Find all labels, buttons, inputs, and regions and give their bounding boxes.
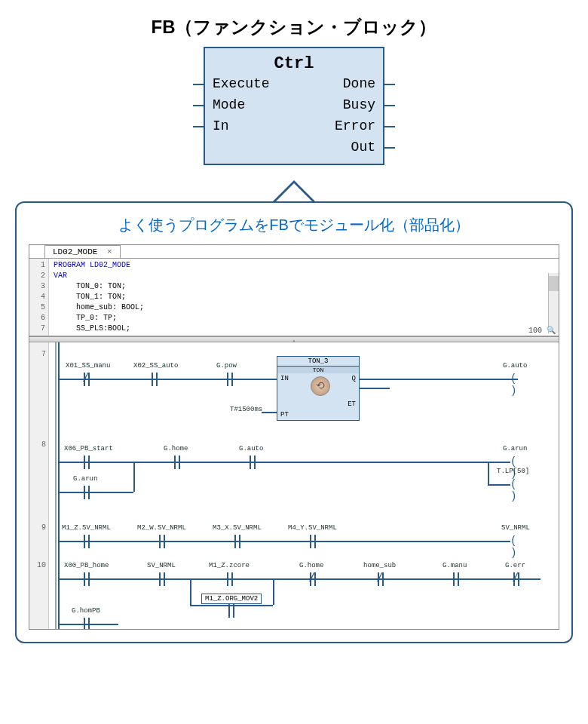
contact-no[interactable]	[450, 572, 462, 586]
close-icon[interactable]: ×	[107, 247, 112, 256]
tab-label: LD02_MODE	[53, 247, 97, 256]
contact-no[interactable]	[81, 535, 93, 548]
fb-output: Out	[351, 140, 375, 155]
coil[interactable]	[510, 478, 524, 492]
contact-nc[interactable]: /	[375, 572, 387, 586]
coil[interactable]	[510, 535, 524, 548]
contact-no[interactable]	[225, 604, 237, 618]
arrow-down-icon	[271, 180, 317, 203]
contact-no[interactable]	[81, 618, 93, 629]
timer-icon	[311, 376, 330, 396]
line-gutter: 1 2 3 4 5 6 7	[29, 259, 49, 336]
fb-name: Ctrl	[205, 54, 383, 73]
contact-no[interactable]	[156, 535, 168, 548]
fb-output: Error	[335, 118, 375, 133]
contact-no[interactable]	[81, 456, 93, 469]
magnifier-icon[interactable]: 🔍	[547, 327, 556, 335]
contact-no[interactable]	[247, 456, 259, 469]
fb-input: In	[213, 118, 229, 133]
fb-input: Execute	[213, 76, 270, 91]
zoom-indicator[interactable]: 100 🔍	[528, 326, 556, 335]
page-title: FB（ファンクション・ブロック）	[15, 15, 573, 39]
editor-tab[interactable]: LD02_MODE ×	[44, 245, 121, 258]
scrollbar-vertical[interactable]	[548, 273, 559, 333]
fb-call[interactable]: M1_Z.ORG_MOV2	[201, 594, 262, 604]
ladder-diagram[interactable]: 7 8 9 10 / X01_SS_manu X02_SS_auto G.pow…	[29, 342, 559, 629]
contact-no[interactable]	[224, 373, 236, 386]
callout-panel: よく使うプログラムをFBでモジュール化（部品化） LD02_MODE × 1 2…	[15, 201, 573, 643]
callout-title: よく使うプログラムをFBでモジュール化（部品化）	[29, 215, 559, 235]
contact-no[interactable]	[81, 486, 93, 499]
coil[interactable]	[510, 373, 524, 386]
splitter[interactable]: ▴	[29, 336, 559, 342]
fb-input: Mode	[213, 97, 245, 112]
fb-output: Done	[343, 76, 375, 91]
contact-nc[interactable]: /	[307, 572, 319, 586]
contact-nc[interactable]: /	[81, 373, 93, 386]
function-block: Ctrl ExecuteDone ModeBusy InError Out	[204, 47, 384, 165]
contact-nc[interactable]: /	[510, 572, 522, 586]
contact-no[interactable]	[81, 572, 93, 586]
contact-no[interactable]	[231, 535, 243, 548]
fb-output: Busy	[343, 97, 375, 112]
contact-no[interactable]	[149, 373, 161, 386]
contact-no[interactable]	[224, 572, 236, 586]
code-area[interactable]: 1 2 3 4 5 6 7 PROGRAM LD02_MODE VAR TON_…	[29, 258, 559, 336]
ton-block[interactable]: TON_3 TON IN Q ET PT	[277, 356, 360, 421]
code-editor[interactable]: LD02_MODE × 1 2 3 4 5 6 7 PROGRAM LD02_M…	[29, 244, 559, 630]
contact-no[interactable]	[171, 456, 183, 469]
code-text[interactable]: PROGRAM LD02_MODE VAR TON_0: TON; TON_1:…	[49, 259, 559, 336]
contact-no[interactable]	[156, 572, 168, 586]
contact-no[interactable]	[307, 535, 319, 548]
